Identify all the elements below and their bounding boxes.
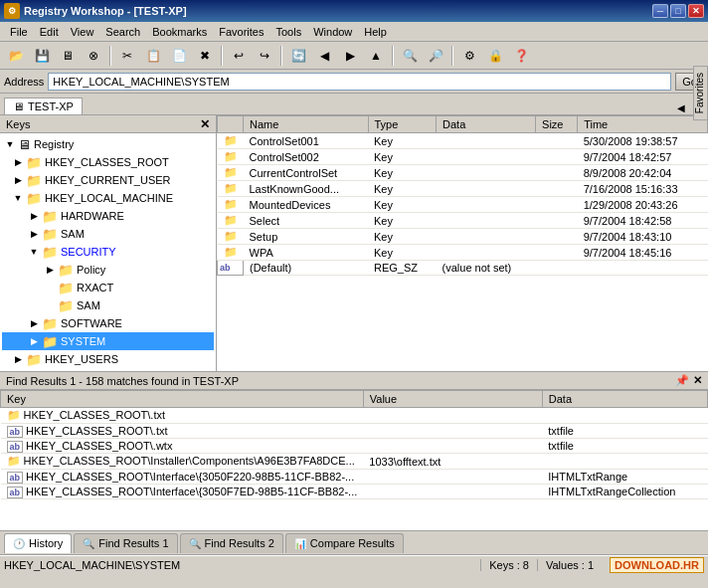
value-row-controlset002[interactable]: 📁 ControlSet002 Key 9/7/2004 18:42:57: [218, 149, 708, 165]
row-icon: 📁: [218, 213, 244, 229]
expand-rxact[interactable]: [42, 280, 58, 295]
tree-item-registry[interactable]: ▼ 🖥 Registry: [2, 135, 214, 153]
toolbar-new[interactable]: 📂: [4, 45, 28, 67]
value-row-currentcontrolset[interactable]: 📁 CurrentControlSet Key 8/9/2008 20:42:0…: [218, 165, 708, 181]
expand-sam[interactable]: ▶: [26, 226, 42, 242]
maximize-button[interactable]: □: [670, 4, 686, 18]
menu-edit[interactable]: Edit: [34, 24, 65, 40]
toolbar-find2[interactable]: 🔎: [424, 45, 447, 67]
tab-find-results-2[interactable]: 🔍 Find Results 2: [180, 533, 283, 553]
toolbar-back[interactable]: ◀: [312, 45, 336, 67]
tree-item-sam[interactable]: ▶ 📁 SAM: [2, 225, 214, 243]
find-row-4[interactable]: 📁 HKEY_CLASSES_ROOT\Installer\Components…: [1, 454, 708, 470]
toolbar-help[interactable]: ❓: [509, 45, 533, 67]
toolbar-security[interactable]: 🔒: [483, 45, 507, 67]
find-close-icon[interactable]: ✕: [693, 374, 702, 387]
tree-item-hkcu[interactable]: ▶ 📁 HKEY_CURRENT_USER: [2, 171, 214, 189]
value-row-wpa[interactable]: 📁 WPA Key 9/7/2004 18:45:16: [218, 245, 708, 261]
find-row-5[interactable]: ab HKEY_CLASSES_ROOT\Interface\{3050F220…: [1, 470, 708, 485]
menu-file[interactable]: File: [4, 24, 34, 40]
expand-hklm[interactable]: ▼: [10, 190, 26, 206]
toolbar-paste[interactable]: 📄: [167, 45, 191, 67]
sam-label: SAM: [61, 228, 85, 240]
toolbar-undo[interactable]: ↩: [227, 45, 251, 67]
tab-compare-results[interactable]: 📊 Compare Results: [285, 533, 404, 553]
expand-system[interactable]: ▶: [26, 333, 42, 349]
value-row-lastknowngood[interactable]: 📁 LastKnownGood... Key 7/16/2008 15:16:3…: [218, 181, 708, 197]
menu-view[interactable]: View: [65, 24, 100, 40]
expand-hkcc[interactable]: ▶: [10, 369, 26, 371]
value-row-select[interactable]: 📁 Select Key 9/7/2004 18:42:58: [218, 213, 708, 229]
menu-tools[interactable]: Tools: [270, 24, 308, 40]
menu-help[interactable]: Help: [358, 24, 393, 40]
expand-software[interactable]: ▶: [26, 315, 42, 331]
find-col-data[interactable]: Data: [542, 391, 707, 408]
tree-item-system[interactable]: ▶ 📁 SYSTEM: [2, 332, 214, 350]
tree-item-hkcr[interactable]: ▶ 📁 HKEY_CLASSES_ROOT: [2, 153, 214, 171]
expand-hku[interactable]: ▶: [10, 351, 26, 367]
find-row-2[interactable]: ab HKEY_CLASSES_ROOT\.txt txtfile: [1, 424, 708, 439]
menu-bookmarks[interactable]: Bookmarks: [146, 24, 213, 40]
toolbar-save[interactable]: 💾: [30, 45, 54, 67]
col-time-header[interactable]: Time: [578, 116, 708, 133]
toolbar-connect[interactable]: 🖥: [56, 45, 80, 67]
tree-item-hklm[interactable]: ▼ 📁 HKEY_LOCAL_MACHINE: [2, 189, 214, 207]
expand-hkcu[interactable]: ▶: [10, 172, 26, 188]
menu-search[interactable]: Search: [99, 24, 146, 40]
tree-item-software[interactable]: ▶ 📁 SOFTWARE: [2, 314, 214, 332]
toolbar-copy[interactable]: 📋: [141, 45, 165, 67]
keys-panel-close[interactable]: ✕: [200, 117, 210, 131]
tree-item-policy[interactable]: ▶ 📁 Policy: [2, 261, 214, 279]
value-row-setup[interactable]: 📁 Setup Key 9/7/2004 18:43:10: [218, 229, 708, 245]
toolbar-cut[interactable]: ✂: [115, 45, 139, 67]
tab-find-results-1[interactable]: 🔍 Find Results 1: [74, 533, 177, 553]
find-col-key[interactable]: Key: [1, 391, 364, 408]
col-name-header[interactable]: Name: [244, 116, 369, 133]
col-size-header[interactable]: Size: [536, 116, 578, 133]
menu-window[interactable]: Window: [307, 24, 358, 40]
close-button[interactable]: ✕: [688, 4, 704, 18]
find-col-value[interactable]: Value: [363, 391, 542, 408]
value-row-default[interactable]: ab (Default) REG_SZ (value not set): [218, 261, 708, 276]
row-time: [578, 261, 708, 276]
toolbar-find[interactable]: 🔍: [398, 45, 422, 67]
find-row-value: [363, 439, 542, 454]
address-input[interactable]: [48, 73, 671, 91]
tree-area[interactable]: ▼ 🖥 Registry ▶ 📁 HKEY_CLASSES_ROOT ▶ 📁 H…: [0, 133, 216, 371]
menu-favorites[interactable]: Favorites: [213, 24, 269, 40]
toolbar-disconnect[interactable]: ⊗: [82, 45, 105, 67]
expand-registry[interactable]: ▼: [2, 136, 18, 152]
expand-sam2[interactable]: [42, 297, 58, 313]
pin-icon[interactable]: 📌: [675, 374, 689, 387]
expand-policy[interactable]: ▶: [42, 262, 58, 278]
tree-item-sam2[interactable]: 📁 SAM: [2, 296, 214, 314]
value-row-controlset001[interactable]: 📁 ControlSet001 Key 5/30/2008 19:38:57: [218, 133, 708, 149]
find-row-1[interactable]: 📁 HKEY_CLASSES_ROOT\.txt: [1, 408, 708, 424]
value-row-mounteddevices[interactable]: 📁 MountedDevices Key 1/29/2008 20:43:26: [218, 197, 708, 213]
find-row-6[interactable]: ab HKEY_CLASSES_ROOT\Interface\{3050F7ED…: [1, 485, 708, 499]
tree-item-hardware[interactable]: ▶ 📁 HARDWARE: [2, 207, 214, 225]
main-tab-testxp[interactable]: 🖥 TEST-XP: [4, 98, 83, 114]
toolbar-redo[interactable]: ↪: [253, 45, 276, 67]
col-data-header[interactable]: Data: [437, 116, 536, 133]
toolbar-delete[interactable]: ✖: [193, 45, 217, 67]
minimize-button[interactable]: ─: [652, 4, 668, 18]
find-row-3[interactable]: ab HKEY_CLASSES_ROOT\.wtx txtfile: [1, 439, 708, 454]
toolbar-forward[interactable]: ▶: [338, 45, 362, 67]
toolbar-refresh[interactable]: 🔄: [286, 45, 310, 67]
tree-item-hkcc[interactable]: ▶ 📁 HKEY_CURRENT_CONFIG: [2, 368, 214, 371]
expand-hkcr[interactable]: ▶: [10, 154, 26, 170]
hardware-label: HARDWARE: [61, 210, 124, 222]
tree-item-rxact[interactable]: 📁 RXACT: [2, 279, 214, 296]
expand-hardware[interactable]: ▶: [26, 208, 42, 224]
col-type-header[interactable]: Type: [368, 116, 437, 133]
find-table-area[interactable]: Key Value Data 📁 HKEY_CLASSES_ROOT\.txt …: [0, 390, 708, 530]
favorites-side-tab[interactable]: Favorites: [693, 66, 708, 120]
expand-security[interactable]: ▼: [26, 244, 42, 260]
tab-history[interactable]: 🕐 History: [4, 533, 72, 553]
tree-item-security[interactable]: ▼ 📁 SECURITY: [2, 243, 214, 261]
toolbar-settings[interactable]: ⚙: [457, 45, 481, 67]
tab-prev-icon[interactable]: ◀: [674, 101, 688, 114]
toolbar-up[interactable]: ▲: [364, 45, 388, 67]
tree-item-hku[interactable]: ▶ 📁 HKEY_USERS: [2, 350, 214, 368]
